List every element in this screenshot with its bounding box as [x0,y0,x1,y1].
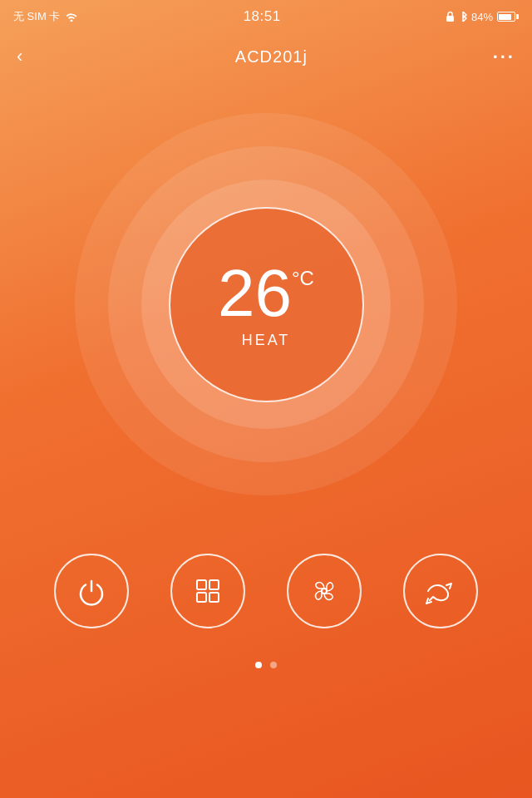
swing-icon [421,572,460,610]
fan-button[interactable] [287,554,362,628]
wifi-icon [65,12,78,22]
temperature-display: 26 °C [218,260,314,327]
battery-percent: 84% [471,11,493,23]
battery-icon [497,12,519,22]
svg-rect-2 [209,580,219,589]
swing-button[interactable] [403,554,478,628]
page-title: ACD201j [235,47,308,66]
temperature-unit: °C [292,268,314,288]
main-content: 26 °C HEAT [0,80,532,668]
svg-rect-1 [197,580,206,589]
mode-label: HEAT [242,332,291,349]
fan-icon [306,573,342,609]
bluetooth-icon [459,11,467,22]
page-dot-1[interactable] [255,662,262,668]
status-left: 无 SIM 卡 [13,9,78,24]
carrier-label: 无 SIM 卡 [13,9,60,24]
power-button[interactable] [54,554,129,628]
controls-row [0,554,532,628]
back-button[interactable]: ‹ [17,46,50,67]
nav-bar: ‹ ACD201j ··· [0,33,532,80]
svg-rect-3 [197,593,206,602]
mode-icon [190,574,225,608]
page-indicators [255,662,277,668]
more-button[interactable]: ··· [493,52,515,62]
thermostat-display[interactable]: 26 °C HEAT [66,105,466,504]
temperature-circle[interactable]: 26 °C HEAT [169,207,364,402]
power-icon [75,574,108,608]
status-right: 84% [446,11,519,23]
svg-rect-0 [446,16,454,22]
status-bar: 无 SIM 卡 18:51 84% [0,0,532,33]
temperature-value: 26 [218,260,292,327]
svg-rect-4 [209,593,219,602]
mode-button[interactable] [170,554,245,628]
svg-point-5 [322,589,327,594]
page-dot-2[interactable] [270,662,277,668]
lock-icon [446,11,455,22]
status-time: 18:51 [244,8,281,25]
